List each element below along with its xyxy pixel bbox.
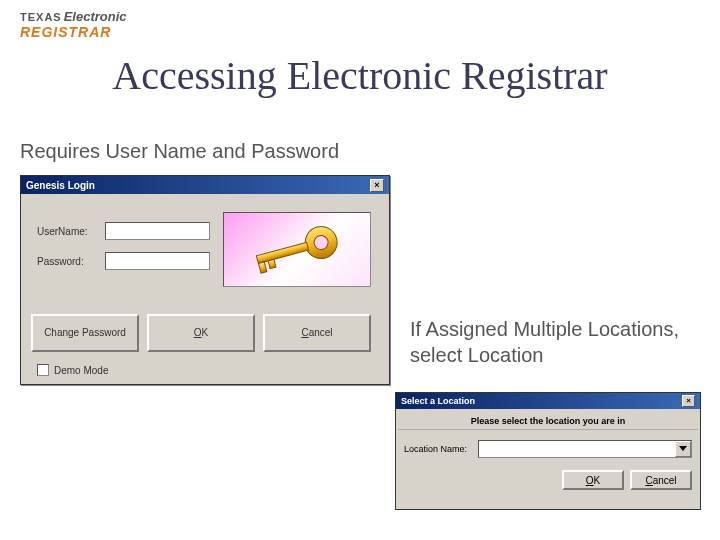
app-logo: TEXASElectronic REGISTRAR (20, 8, 127, 40)
location-titlebar[interactable]: Select a Location × (396, 393, 700, 409)
close-icon[interactable]: × (370, 179, 384, 192)
location-cancel-button[interactable]: CancelCancel (630, 470, 692, 490)
login-dialog: Genesis Login × UserName: Password: (20, 175, 390, 385)
chevron-down-icon[interactable] (675, 441, 691, 457)
key-image (223, 212, 371, 287)
location-prompt: Please select the location you are in (398, 409, 698, 430)
svg-rect-3 (258, 262, 266, 273)
cancel-button[interactable]: CancelCancel (263, 314, 371, 352)
location-ok-button[interactable]: OKOK (562, 470, 624, 490)
logo-line1: TEXAS (20, 11, 62, 23)
location-select[interactable] (478, 440, 692, 458)
close-icon[interactable]: × (682, 395, 695, 407)
demo-mode-label: Demo Mode (54, 365, 108, 376)
password-label: Password: (37, 256, 105, 267)
logo-line3: REGISTRAR (20, 24, 111, 40)
caption-multiple-locations: If Assigned Multiple Locations, select L… (410, 316, 700, 368)
svg-rect-2 (256, 242, 308, 263)
subtitle: Requires User Name and Password (20, 140, 339, 163)
change-password-button[interactable]: Change Password (31, 314, 139, 352)
demo-mode-checkbox[interactable] (37, 364, 49, 376)
password-input[interactable] (105, 252, 210, 270)
login-window-title: Genesis Login (26, 180, 95, 191)
svg-marker-5 (679, 446, 687, 451)
page-title: Accessing Electronic Registrar (0, 52, 720, 99)
location-name-label: Location Name: (404, 444, 472, 454)
location-window-title: Select a Location (401, 396, 475, 406)
username-label: UserName: (37, 226, 105, 237)
logo-line2: Electronic (64, 9, 127, 24)
login-titlebar[interactable]: Genesis Login × (21, 176, 389, 194)
location-dialog: Select a Location × Please select the lo… (395, 392, 701, 510)
ok-button[interactable]: OOKK (147, 314, 255, 352)
svg-rect-4 (268, 259, 276, 268)
key-icon (242, 222, 352, 277)
username-input[interactable] (105, 222, 210, 240)
